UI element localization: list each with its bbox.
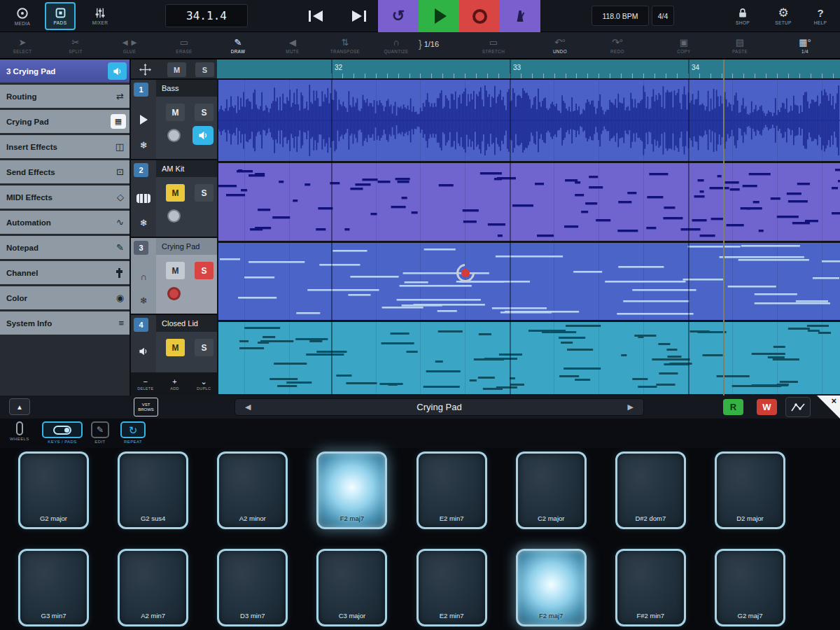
- track-mute-button[interactable]: M: [166, 104, 185, 121]
- record-arm-button[interactable]: [167, 287, 181, 300]
- chord-pad[interactable]: C2 major: [516, 451, 587, 529]
- mute-tool[interactable]: ◀MUTE: [270, 34, 315, 57]
- add-track-button[interactable]: +ADD: [160, 372, 190, 396]
- track-solo-button[interactable]: S: [195, 339, 214, 356]
- playhead[interactable]: [723, 59, 724, 396]
- track-solo-button[interactable]: S: [195, 262, 214, 279]
- track-mute-button[interactable]: M: [166, 339, 185, 356]
- chord-pad[interactable]: G2 sus4: [118, 451, 188, 529]
- pad-mode-icon[interactable]: ∩: [131, 272, 156, 282]
- duplicate-track-button[interactable]: ⌄DUPLC: [189, 372, 218, 396]
- chord-pad[interactable]: D3 min7: [217, 549, 288, 626]
- track-name[interactable]: Bass: [156, 80, 217, 97]
- automation-curve-button[interactable]: [785, 397, 811, 417]
- inspector-item-automation[interactable]: Automation∿: [0, 211, 130, 234]
- track-play-icon[interactable]: [131, 115, 156, 125]
- shop-button[interactable]: SHOP: [727, 2, 759, 30]
- midi-clip-am-kit[interactable]: [218, 163, 840, 241]
- glue-tool[interactable]: ◄►GLUE: [107, 34, 152, 57]
- freeze-icon[interactable]: ❄: [131, 140, 156, 150]
- undo-button[interactable]: ↶°UNDO: [538, 34, 582, 57]
- grid-value-button[interactable]: ▦°1/4: [783, 34, 827, 57]
- track-solo-button[interactable]: S: [195, 104, 214, 121]
- chord-pad[interactable]: D2 major: [715, 451, 785, 529]
- monitor-icon[interactable]: [108, 62, 127, 80]
- track-row-crying-pad[interactable]: 3 ∩ ❄ Crying Pad M S: [131, 238, 217, 315]
- audio-clip-bass[interactable]: [218, 80, 840, 161]
- track-solo-button[interactable]: S: [195, 184, 214, 202]
- metronome-button[interactable]: [500, 0, 540, 32]
- chord-pad[interactable]: A2 min7: [118, 549, 188, 626]
- track-name[interactable]: Closed Lid: [156, 315, 217, 332]
- chord-pad[interactable]: F2 maj7: [316, 451, 387, 529]
- previous-patch-icon[interactable]: ◀: [245, 402, 251, 412]
- cycle-button[interactable]: ↺: [378, 0, 419, 32]
- track-name[interactable]: Crying Pad: [156, 238, 217, 255]
- speaker-icon[interactable]: [131, 347, 156, 356]
- automation-write-button[interactable]: W: [757, 399, 777, 415]
- chord-pad[interactable]: G2 major: [18, 451, 89, 529]
- transpose-tool[interactable]: ⇅TRANSPOSE: [320, 34, 370, 57]
- chord-pad[interactable]: G2 maj7: [715, 549, 785, 626]
- auto-scroll-icon[interactable]: [136, 62, 153, 77]
- midi-clip-closed-lid[interactable]: [218, 322, 840, 394]
- repeat-button[interactable]: ↻ REPEAT: [120, 421, 146, 444]
- next-patch-icon[interactable]: ▶: [628, 402, 634, 412]
- inspector-item-channel[interactable]: Channel: [0, 261, 130, 284]
- track-mute-button[interactable]: M: [166, 184, 185, 202]
- record-button[interactable]: [459, 0, 500, 32]
- media-button[interactable]: MEDIA: [7, 2, 38, 30]
- inspector-item-color[interactable]: Color◉: [0, 286, 130, 309]
- edit-pads-button[interactable]: ✎ EDIT: [91, 421, 109, 444]
- skip-back-button[interactable]: [301, 4, 330, 27]
- keys-pads-toggle[interactable]: KEYS / PADS: [42, 421, 83, 444]
- keyboard-icon[interactable]: [131, 194, 156, 203]
- chord-pad[interactable]: C3 major: [316, 549, 387, 626]
- inspector-item-instrument[interactable]: Crying Pad▦: [0, 110, 130, 133]
- inspector-item-notepad[interactable]: Notepad✎: [0, 236, 130, 259]
- track-mute-button[interactable]: M: [166, 262, 185, 279]
- stretch-tool[interactable]: ▭STRETCH: [471, 34, 516, 57]
- record-arm-button[interactable]: [167, 209, 181, 223]
- copy-button[interactable]: ▣COPY: [662, 34, 706, 57]
- automation-read-button[interactable]: R: [723, 399, 743, 415]
- chord-pad[interactable]: A2 minor: [217, 451, 288, 529]
- play-button[interactable]: [419, 0, 459, 32]
- time-signature-display[interactable]: 4/4: [652, 6, 674, 26]
- quantize-tool[interactable]: ∩QUANTIZE: [374, 34, 419, 57]
- bpm-display[interactable]: 118.0 BPM: [592, 6, 649, 26]
- chord-pad[interactable]: F2 maj7: [516, 549, 587, 626]
- vst-browser-button[interactable]: VST BROWS: [134, 398, 158, 416]
- paste-button[interactable]: ▤PASTE: [718, 34, 762, 57]
- inspector-item-system-info[interactable]: System Info≡: [0, 312, 130, 335]
- collapse-panel-button[interactable]: ▲: [9, 398, 30, 415]
- track-name[interactable]: AM Kit: [156, 160, 217, 177]
- inspector-item-routing[interactable]: Routing⇄: [0, 85, 130, 108]
- patch-selector[interactable]: ◀ Crying Pad ▶: [234, 398, 644, 416]
- chord-pad[interactable]: E2 min7: [416, 451, 487, 529]
- draw-tool[interactable]: ✎DRAW: [216, 34, 260, 57]
- chord-pad[interactable]: E2 min7: [416, 549, 487, 626]
- setup-button[interactable]: ⚙ SETUP: [767, 2, 799, 30]
- close-icon[interactable]: ×: [831, 396, 836, 406]
- pads-button[interactable]: PADS: [45, 2, 76, 30]
- timeline-ruler[interactable]: 32 33 34: [217, 59, 840, 78]
- freeze-icon[interactable]: ❄: [131, 295, 156, 306]
- skip-forward-button[interactable]: [344, 4, 374, 27]
- close-panel-button[interactable]: [817, 396, 840, 419]
- erase-tool[interactable]: ▭ERASE: [162, 34, 206, 57]
- freeze-icon[interactable]: ❄: [131, 218, 156, 228]
- midi-clip-crying-pad[interactable]: [218, 243, 840, 320]
- global-solo-button[interactable]: S: [195, 62, 214, 77]
- track-row-am-kit[interactable]: 2 ❄ AM Kit M S: [131, 160, 217, 238]
- arrange-area[interactable]: 32 33 34: [217, 59, 840, 396]
- wheels-button[interactable]: WHEELS: [10, 421, 29, 441]
- redo-button[interactable]: ↷°REDO: [595, 34, 640, 57]
- inspector-item-midi-effects[interactable]: MIDI Effects◇: [0, 186, 130, 209]
- chord-pad[interactable]: G3 min7: [18, 549, 89, 626]
- chord-pad[interactable]: F#2 min7: [615, 549, 686, 626]
- record-arm-button[interactable]: [167, 129, 181, 142]
- global-mute-button[interactable]: M: [167, 62, 186, 77]
- mixer-button[interactable]: MIXER: [84, 2, 116, 30]
- inspector-item-send-effects[interactable]: Send Effects⊡: [0, 160, 130, 183]
